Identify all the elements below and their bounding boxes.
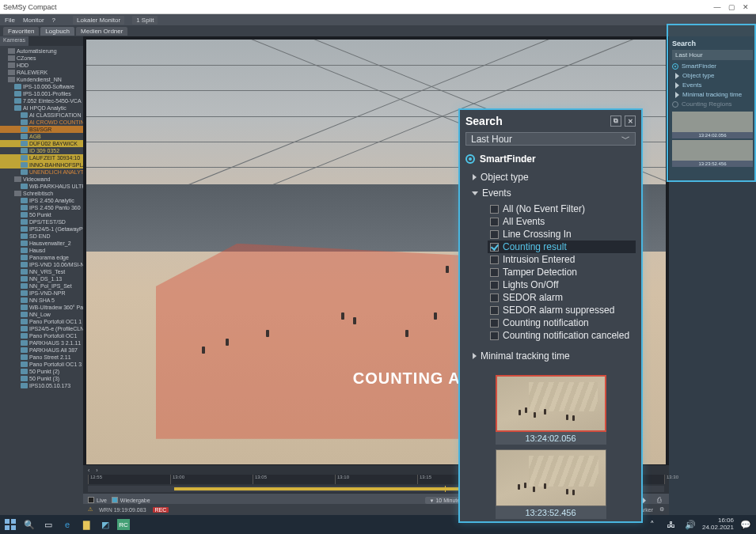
event-filter-row[interactable]: Lights On/Off: [488, 278, 636, 291]
tree-item[interactable]: Pano Street 2.11: [0, 354, 83, 361]
tree-item[interactable]: IPS-10.001-Profiles: [0, 90, 83, 97]
popup-close-icon[interactable]: ✕: [625, 116, 636, 127]
smartfinder-radio[interactable]: SmartFinder: [672, 62, 753, 70]
tree-item[interactable]: Pano Portofoli OC1 3: [0, 361, 83, 368]
tree-item[interactable]: 7.052 Eintec-5450-VCA: [0, 97, 83, 104]
tree-item[interactable]: INNO-BAHNHOFSPLATZ: [0, 161, 83, 169]
tree-item[interactable]: BSI/SGR: [0, 126, 83, 133]
group-events[interactable]: Events: [672, 81, 753, 89]
event-filter-row[interactable]: Line Crossing In: [488, 228, 636, 240]
tree-item[interactable]: IPS24/5-1 (GetawayPattern): [0, 225, 83, 233]
result-thumbnail[interactable]: 13:24:02.056: [672, 112, 753, 138]
tree-item[interactable]: DÜFÜ02 BAYWICK: [0, 140, 83, 147]
tree-item[interactable]: UNENDLICH ANALYTIC: [0, 169, 83, 176]
tree-item[interactable]: 50 Punkt (2): [0, 368, 83, 375]
counting-regions-radio[interactable]: Counting Regions: [672, 100, 753, 108]
menu-monitor[interactable]: Monitor: [23, 17, 44, 24]
tree-item[interactable]: NN_Low: [0, 311, 83, 318]
tree-item[interactable]: IPS10.05.10.173: [0, 382, 83, 389]
tree-item[interactable]: Pano Portofoli OC1 1: [0, 318, 83, 325]
popup-thumbnail[interactable]: [496, 449, 606, 506]
tab-logbuch[interactable]: Logbuch: [40, 27, 74, 36]
tree-item[interactable]: IPS-VND-NPR: [0, 290, 83, 297]
menu-local-monitor[interactable]: Lokaler Monitor: [73, 16, 124, 25]
event-filter-row[interactable]: All (No Event Filter): [488, 203, 636, 215]
sidebar-tab-cameras[interactable]: Kameras: [0, 36, 28, 46]
tree-item[interactable]: SD END: [0, 233, 83, 240]
time-range-select[interactable]: Last Hour: [672, 50, 753, 60]
menu-split[interactable]: 1 Split: [132, 16, 158, 25]
tab-favoriten[interactable]: Favoriten: [3, 27, 39, 36]
event-filter-row[interactable]: Tamper Detection: [488, 266, 636, 278]
tab-medien ordner[interactable]: Medien Ordner: [76, 27, 127, 36]
task-view-icon[interactable]: ▭: [41, 517, 55, 532]
tray-net-icon[interactable]: 🖧: [664, 517, 678, 532]
menu-help[interactable]: ?: [52, 17, 55, 24]
close-button[interactable]: ✕: [739, 3, 753, 11]
tree-item[interactable]: Panorama edge: [0, 254, 83, 261]
result-thumbnail[interactable]: 13:23:52.456: [672, 140, 753, 167]
taskbar-search-icon[interactable]: 🔍: [22, 517, 36, 532]
app-icon[interactable]: ◩: [98, 517, 112, 532]
tree-item[interactable]: Kundendienst_NN: [0, 76, 83, 83]
tree-item[interactable]: Hausd: [0, 247, 83, 254]
live-toggle[interactable]: Live: [88, 497, 107, 503]
tray-up-icon[interactable]: ˄: [645, 517, 659, 532]
tree-item[interactable]: Hausverwalter_2: [0, 240, 83, 247]
tree-item[interactable]: RALEWERK: [0, 69, 83, 76]
tree-item[interactable]: AI HPQD Analytic: [0, 104, 83, 112]
tree-item[interactable]: WB-PARKHAUS ULTRA: [0, 183, 83, 190]
playback-toggle[interactable]: Wiedergabe: [112, 497, 150, 503]
taskbar-clock[interactable]: 16:0624.02.2021: [702, 517, 734, 532]
group-tracking[interactable]: Minimal tracking time: [672, 91, 753, 98]
timeline-scroll-right[interactable]: ›: [96, 468, 97, 473]
tree-item[interactable]: IPS-10.000-Software: [0, 83, 83, 90]
tray-notif-icon[interactable]: 💬: [739, 517, 753, 532]
tree-item[interactable]: PARKHAUS 3 2.1.11: [0, 339, 83, 347]
tree-item[interactable]: Videowand: [0, 176, 83, 183]
tree-item[interactable]: AI CROWD COUNTING: [0, 119, 83, 126]
tree-item[interactable]: Pano Portofoli OC1: [0, 332, 83, 339]
timeline-scroll-left[interactable]: ‹: [88, 468, 89, 473]
tree-item[interactable]: PARKHAUS All 387: [0, 347, 83, 354]
popup-range-select[interactable]: Last Hour﹀: [465, 132, 636, 146]
event-filter-row[interactable]: Counting result: [488, 240, 636, 253]
tree-item[interactable]: AI CLASSIFICATION: [0, 112, 83, 119]
camera-tree[interactable]: AutomatisierungCZonesHDDRALEWERKKundendi…: [0, 46, 83, 515]
tree-item[interactable]: DPS/TEST/SD: [0, 218, 83, 225]
tree-item[interactable]: Automatisierung: [0, 47, 83, 55]
maximize-button[interactable]: ▢: [724, 3, 739, 11]
tree-item[interactable]: CZones: [0, 55, 83, 62]
tree-item[interactable]: NN_VRS_Test: [0, 268, 83, 275]
tree-item[interactable]: IPS24/5-e (ProfileCLN25): [0, 325, 83, 332]
tree-item[interactable]: 50 Punkt (3): [0, 375, 83, 382]
menu-file[interactable]: File: [5, 17, 15, 24]
minimize-button[interactable]: —: [710, 3, 724, 11]
event-filter-row[interactable]: Intrusion Entered: [488, 253, 636, 266]
popup-smartfinder-radio[interactable]: SmartFinder: [465, 153, 636, 165]
rc-icon[interactable]: RC: [117, 519, 130, 530]
status-gear-icon[interactable]: ⚙: [659, 506, 664, 513]
event-filter-row[interactable]: SEDOR alarm: [488, 291, 636, 304]
tree-item[interactable]: HDD: [0, 62, 83, 69]
popup-thumbnail[interactable]: [496, 375, 606, 432]
start-button[interactable]: [3, 517, 17, 532]
tree-item[interactable]: NN_Pol_IPS_Set: [0, 282, 83, 290]
explorer-icon[interactable]: ▇: [79, 517, 93, 532]
tree-item[interactable]: IPS 2.450 Analytic: [0, 197, 83, 204]
popup-group-object-type[interactable]: Object type: [465, 169, 636, 185]
tree-item[interactable]: Schreibtisch: [0, 190, 83, 197]
timeline-cursor[interactable]: [445, 486, 446, 492]
tree-item[interactable]: WB-Ultradew 360° Park [G]: [0, 304, 83, 311]
popup-group-tracking[interactable]: Minimal tracking time: [465, 348, 636, 364]
event-filter-row[interactable]: SEDOR alarm suppressed: [488, 304, 636, 316]
tree-item[interactable]: AGB: [0, 133, 83, 140]
tree-item[interactable]: 50 Punkt: [0, 211, 83, 218]
group-object-type[interactable]: Object type: [672, 72, 753, 79]
event-filter-row[interactable]: Counting notification: [488, 316, 636, 329]
tree-item[interactable]: LAUFZEIT 30934:10: [0, 154, 83, 161]
tree-item[interactable]: ID 309 0352: [0, 147, 83, 154]
tree-item[interactable]: NN_DS_1.13: [0, 275, 83, 282]
tray-vol-icon[interactable]: 🔊: [683, 517, 697, 532]
edge-icon[interactable]: e: [60, 517, 74, 532]
